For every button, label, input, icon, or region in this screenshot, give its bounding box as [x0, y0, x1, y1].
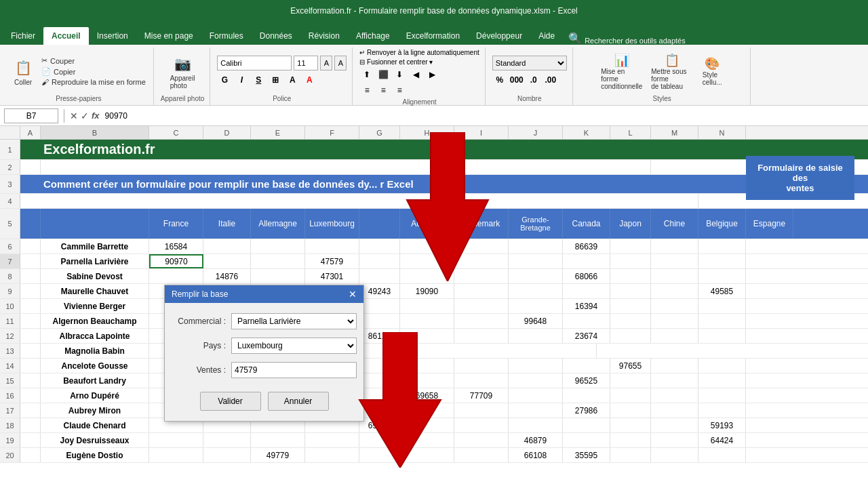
- cell-l11[interactable]: [610, 314, 651, 328]
- cell-k6[interactable]: 86639: [563, 239, 610, 253]
- cell-h9[interactable]: 19090: [400, 284, 454, 298]
- cell-h12[interactable]: [400, 329, 454, 343]
- cell-f6[interactable]: [305, 239, 359, 253]
- cell-a9[interactable]: [20, 284, 41, 298]
- cell-a1[interactable]: [20, 140, 41, 159]
- cell-g8[interactable]: [359, 269, 400, 283]
- cell-i12[interactable]: [454, 329, 509, 343]
- coller-button[interactable]: 📋 Coller: [9, 56, 37, 87]
- cell-j11[interactable]: 99648: [509, 314, 563, 328]
- indent-dec-btn[interactable]: ◀: [408, 68, 423, 81]
- col-header-e[interactable]: E: [251, 126, 305, 139]
- cell-k10[interactable]: 16394: [563, 299, 610, 313]
- decimal-inc-btn[interactable]: .0: [526, 73, 541, 87]
- cell-d7[interactable]: [203, 254, 251, 268]
- cell-n14[interactable]: [698, 359, 746, 373]
- border-button[interactable]: ⊞: [268, 73, 283, 87]
- cell-i10[interactable]: [454, 299, 509, 313]
- cell-b11[interactable]: Algernon Beauchamp: [41, 314, 149, 328]
- cell-e8[interactable]: [251, 269, 305, 283]
- cell-i15[interactable]: [454, 373, 509, 388]
- cell-m8[interactable]: [651, 269, 698, 283]
- cell-j8[interactable]: [509, 269, 563, 283]
- cell-g11[interactable]: [359, 314, 400, 328]
- cell-k14[interactable]: [563, 359, 610, 373]
- tab-donnees[interactable]: Données: [252, 27, 300, 45]
- align-left-btn[interactable]: ≡: [359, 83, 374, 97]
- dialog-close-button[interactable]: ✕: [349, 289, 357, 299]
- cell-b1[interactable]: Excelformation.fr: [41, 140, 651, 159]
- cell-b18[interactable]: Claude Chenard: [41, 418, 149, 432]
- cell-k11[interactable]: [563, 314, 610, 328]
- cell-h11[interactable]: [400, 314, 454, 328]
- cell-a3[interactable]: [20, 175, 41, 193]
- indent-inc-btn[interactable]: ▶: [425, 68, 439, 81]
- font-size-input[interactable]: [294, 56, 318, 70]
- cell-l15[interactable]: [610, 373, 651, 388]
- cell-l10[interactable]: [610, 299, 651, 313]
- cell-b10[interactable]: Vivienne Berger: [41, 299, 149, 313]
- cell-c8[interactable]: [149, 269, 203, 283]
- cell-d6[interactable]: [203, 239, 251, 253]
- cell-f20[interactable]: [305, 448, 359, 462]
- cell-d8[interactable]: 14876: [203, 269, 251, 283]
- cell-a17[interactable]: [20, 403, 41, 418]
- cell-l17[interactable]: [610, 403, 651, 418]
- cell-k18[interactable]: [563, 418, 610, 432]
- cell-n16[interactable]: [698, 388, 746, 403]
- cell-style-button[interactable]: 🎨 Stylecellu...: [698, 55, 726, 87]
- cell-a18[interactable]: [20, 418, 41, 432]
- cell-h6[interactable]: [400, 239, 454, 253]
- cell-j15[interactable]: [509, 373, 563, 388]
- cell-i19[interactable]: [454, 433, 509, 447]
- align-top-btn[interactable]: ⬆: [359, 68, 374, 81]
- cell-l19[interactable]: [610, 433, 651, 447]
- cell-j6[interactable]: [509, 239, 563, 253]
- tab-accueil[interactable]: Accueil: [43, 27, 89, 45]
- cell-k9[interactable]: [563, 284, 610, 298]
- tab-mise-en-page[interactable]: Mise en page: [136, 27, 201, 45]
- cell-a16[interactable]: [20, 388, 41, 403]
- cell-m19[interactable]: [651, 433, 698, 447]
- cell-m12[interactable]: [651, 329, 698, 343]
- col-header-l[interactable]: L: [610, 126, 651, 139]
- cell-b17[interactable]: Aubrey Miron: [41, 403, 149, 418]
- cell-j17[interactable]: [509, 403, 563, 418]
- cell-a20[interactable]: [20, 448, 41, 462]
- cell-j19[interactable]: 46879: [509, 433, 563, 447]
- cell-a2[interactable]: [20, 160, 41, 174]
- cell-a10[interactable]: [20, 299, 41, 313]
- cell-l6[interactable]: [610, 239, 651, 253]
- cell-b3[interactable]: Comment créer un formulaire pour remplir…: [41, 175, 651, 193]
- tab-insertion[interactable]: Insertion: [89, 27, 136, 45]
- cell-h7[interactable]: [400, 254, 454, 268]
- table-format-button[interactable]: 📋 Mettre sous formede tableau: [648, 52, 696, 92]
- tab-formules[interactable]: Formules: [201, 27, 252, 45]
- cell-e20[interactable]: 49779: [251, 448, 305, 462]
- couper-button[interactable]: ✂ Couper: [39, 56, 148, 66]
- cell-g6[interactable]: [359, 239, 400, 253]
- cell-a7[interactable]: [20, 254, 41, 268]
- cell-g15[interactable]: [359, 373, 400, 388]
- col-header-h[interactable]: H: [400, 126, 454, 139]
- cell-k7[interactable]: [563, 254, 610, 268]
- cell-n12[interactable]: [698, 329, 746, 343]
- cell-i7[interactable]: [454, 254, 509, 268]
- cell-m16[interactable]: [651, 388, 698, 403]
- formula-input[interactable]: [102, 108, 864, 123]
- cell-k17[interactable]: 27986: [563, 403, 610, 418]
- col-header-a[interactable]: A: [20, 126, 41, 139]
- ventes-input[interactable]: [231, 362, 357, 378]
- cell-h10[interactable]: [400, 299, 454, 313]
- percent-btn[interactable]: %: [492, 73, 507, 87]
- decimal-dec-btn[interactable]: .00: [543, 73, 558, 87]
- commercial-select[interactable]: Parnella Larivière Cammile Barrette Sabi…: [231, 313, 357, 329]
- cell-m18[interactable]: [651, 418, 698, 432]
- cell-k15[interactable]: 96525: [563, 373, 610, 388]
- cell-h16[interactable]: 69658: [400, 388, 454, 403]
- cell-g19[interactable]: [359, 433, 400, 447]
- cell-n7[interactable]: [698, 254, 746, 268]
- cell-e7[interactable]: [251, 254, 305, 268]
- cell-i18[interactable]: [454, 418, 509, 432]
- cell-j20[interactable]: 66108: [509, 448, 563, 462]
